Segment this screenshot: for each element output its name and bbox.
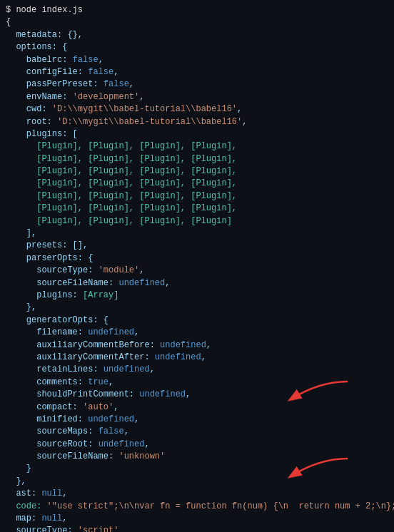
code-line: sourceRoot: undefined, bbox=[6, 439, 388, 451]
code-line: ast: null, bbox=[6, 488, 388, 500]
code-line: [Plugin], [Plugin], [Plugin], [Plugin], bbox=[6, 190, 388, 203]
code-line: plugins: [Array] bbox=[6, 290, 388, 302]
code-line: passPerPreset: false, bbox=[6, 78, 388, 91]
code-line: metadata: {}, bbox=[6, 29, 388, 41]
code-line: [Plugin], [Plugin], [Plugin], [Plugin], bbox=[6, 153, 388, 165]
code-line: sourceFileName: undefined, bbox=[6, 277, 388, 290]
arrow-2 bbox=[276, 455, 355, 484]
code-line: minified: undefined, bbox=[6, 414, 388, 426]
command-line: $ node index.js bbox=[6, 4, 388, 16]
code-line: { bbox=[6, 16, 388, 29]
code-line: [Plugin], [Plugin], [Plugin], [Plugin], bbox=[6, 178, 388, 190]
code-line: filename: undefined, bbox=[6, 327, 388, 339]
code-line: plugins: [ bbox=[6, 128, 388, 140]
code-line: parserOpts: { bbox=[6, 252, 388, 265]
code-line: generatorOpts: { bbox=[6, 314, 388, 327]
code-line: [Plugin], [Plugin], [Plugin], [Plugin], bbox=[6, 140, 388, 153]
code-line: [Plugin], [Plugin], [Plugin], [Plugin] bbox=[6, 215, 388, 227]
code-line: cwd: 'D:\\mygit\\babel-tutorial\\babel16… bbox=[6, 103, 388, 116]
code-line: sourceType: 'script' bbox=[6, 525, 388, 532]
code-line: [Plugin], [Plugin], [Plugin], [Plugin], bbox=[6, 165, 388, 178]
code-line: auxiliaryCommentAfter: undefined, bbox=[6, 352, 388, 364]
code-line: map: null, bbox=[6, 513, 388, 525]
code-line: auxiliaryCommentBefore: undefined, bbox=[6, 339, 388, 352]
code-line: ], bbox=[6, 227, 388, 240]
code-line: envName: 'development', bbox=[6, 91, 388, 103]
code-line: root: 'D:\\mygit\\babel-tutorial\\babel1… bbox=[6, 116, 388, 128]
code-line: [Plugin], [Plugin], [Plugin], [Plugin], bbox=[6, 203, 388, 215]
arrow-1 bbox=[276, 378, 355, 406]
terminal-window: $ node index.js { metadata: {}, options:… bbox=[0, 0, 394, 532]
code-line: retainLines: undefined, bbox=[6, 364, 388, 376]
code-line: }, bbox=[6, 302, 388, 314]
code-line: options: { bbox=[6, 41, 388, 53]
code-line: sourceMaps: false, bbox=[6, 426, 388, 438]
code-line: configFile: false, bbox=[6, 66, 388, 78]
code-line: sourceType: 'module', bbox=[6, 265, 388, 277]
code-line: presets: [], bbox=[6, 240, 388, 252]
code-line: code: '"use strict";\n\nvar fn = functio… bbox=[6, 501, 388, 513]
code-line: babelrc: false, bbox=[6, 54, 388, 66]
